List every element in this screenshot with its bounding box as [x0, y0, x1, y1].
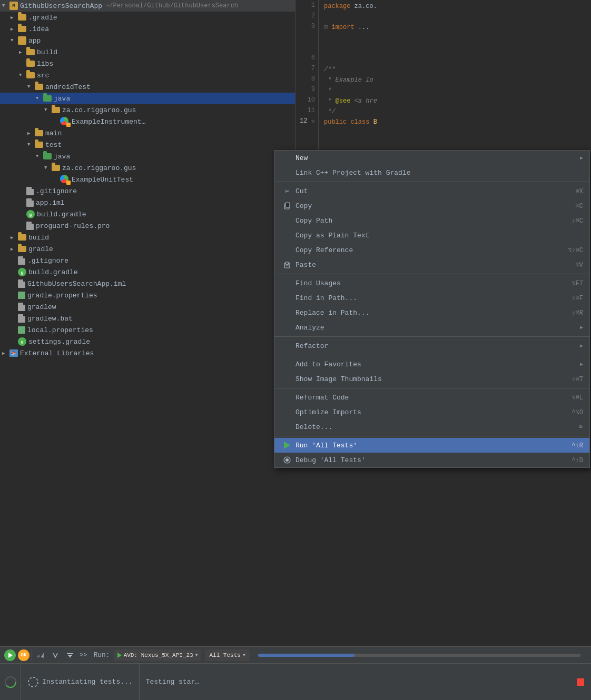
menu-label-copy-plain: Copy as Plain Text [296, 232, 583, 239]
tree-item-root[interactable]: M GithubUsersSearchApp ~/Personal/Github… [0, 0, 295, 12]
arrow-androidtest [27, 84, 35, 89]
menu-item-copy-path[interactable]: Copy Path ⇧⌘C [274, 213, 589, 228]
menu-item-find-usages[interactable]: Find Usages ⌥F7 [274, 276, 589, 291]
status-messages: Instantiating tests... Testing star… [21, 664, 570, 700]
menu-item-analyze[interactable]: Analyze ▶ [274, 320, 589, 335]
tree-item-gradle-props[interactable]: gradle.properties [0, 289, 295, 301]
tree-item-app-iml[interactable]: app.iml [0, 197, 295, 208]
menu-item-copy-plain[interactable]: Copy as Plain Text [274, 228, 589, 243]
tree-item-main[interactable]: main [0, 127, 295, 139]
tree-item-build2[interactable]: build [0, 232, 295, 243]
debug-icon [281, 456, 293, 464]
menu-item-run-all[interactable]: Run 'All Tests' ^⇧R [274, 438, 589, 453]
tree-label: androidTest [45, 83, 91, 91]
menu-item-cut[interactable]: ✂ Cut ⌘X [274, 184, 589, 198]
line-num [296, 32, 318, 42]
menu-label-debug-all: Debug 'All Tests' [296, 456, 563, 464]
tree-label: za.co.riggaroo.gus [62, 164, 136, 172]
menu-item-find-path[interactable]: Find in Path... ⇧⌘F [274, 291, 589, 305]
filter-btn[interactable] [64, 649, 76, 662]
tree-item-gradlew-bat[interactable]: gradlew.bat [0, 313, 295, 324]
tree-label: test [45, 141, 62, 149]
instantiating-text: Instantiating tests... [42, 678, 133, 686]
menu-separator [274, 274, 589, 274]
menu-separator [274, 336, 589, 337]
tree-label: build.gradle [37, 211, 86, 218]
ok-circle-btn[interactable]: OK [18, 649, 29, 661]
code-line: * Example lo [324, 75, 587, 85]
tree-item-java-android[interactable]: java [0, 93, 295, 104]
tree-item-build-gradle1[interactable]: g build.gradle [0, 208, 295, 220]
testing-start-text: Testing star… [146, 678, 199, 686]
tree-item-gradle-dir[interactable]: .gradle [0, 12, 295, 23]
line-num: 9 [296, 84, 318, 95]
tree-label: local.properties [27, 326, 93, 334]
folder-icon [26, 49, 35, 55]
avd-dropdown[interactable]: AVD: Nexus_5X_API_23 ▼ [114, 649, 201, 661]
tree-item-example-instr[interactable]: 🔒 ExampleInstrument… [0, 116, 295, 127]
menu-item-delete[interactable]: Delete... ⌦ [274, 419, 589, 434]
tree-item-build1[interactable]: build [0, 46, 295, 58]
tree-label: gradlew.bat [27, 315, 73, 323]
svg-rect-3 [285, 262, 289, 264]
folder-icon [18, 14, 26, 21]
sort-az-btn[interactable]: a z [34, 649, 47, 662]
menu-item-copy-ref[interactable]: Copy Reference ⌥⇧⌘C [274, 243, 589, 257]
project-path: ~/Personal/Github/GithubUsersSearch [105, 2, 238, 9]
tree-item-proguard[interactable]: proguard-rules.pro [0, 220, 295, 232]
code-line [324, 43, 587, 54]
tree-item-gradle2[interactable]: gradle [0, 243, 295, 255]
tree-item-example-unit[interactable]: ExampleUnitTest [0, 174, 295, 185]
file-icon [18, 303, 25, 311]
stop-btn[interactable] [570, 664, 591, 700]
stop-icon [577, 678, 584, 686]
folder-icon [52, 107, 60, 113]
tree-item-idea[interactable]: .idea [0, 23, 295, 35]
tree-item-androidtest[interactable]: androidTest [0, 81, 295, 93]
menu-item-replace-path[interactable]: Replace in Path... ⇧⌘R [274, 305, 589, 320]
menu-item-refactor[interactable]: Refactor ▶ [274, 338, 589, 353]
tree-item-pkg-android[interactable]: za.co.riggaroo.gus [0, 104, 295, 116]
menu-item-favorites[interactable]: Add to Favorites ▶ [274, 357, 589, 372]
line-num: 7 [296, 63, 318, 74]
menu-item-optimize[interactable]: Optimize Imports ^⌥O [274, 405, 589, 419]
all-tests-dropdown[interactable]: All Tests ▼ [205, 649, 249, 661]
menu-item-new[interactable]: New ▶ [274, 151, 589, 165]
menu-shortcut-copy-ref: ⌥⇧⌘C [568, 246, 583, 254]
tree-item-build-gradle2[interactable]: g build.gradle [0, 266, 295, 278]
code-content[interactable]: package za.co. ⊞ import ... /** * Exampl… [320, 0, 591, 158]
folder-green-icon [43, 153, 52, 159]
menu-arrow-favorites: ▶ [580, 361, 583, 367]
tree-item-local-props[interactable]: local.properties [0, 324, 295, 336]
tree-item-gradlew[interactable]: gradlew [0, 301, 295, 313]
tree-label: GithubUsersSearchApp.iml [27, 280, 126, 288]
menu-item-thumbs[interactable]: Show Image Thumbnails ⇧⌘T [274, 372, 589, 386]
tree-item-java-test[interactable]: java [0, 151, 295, 162]
menu-shortcut-copy: ⌘C [576, 202, 583, 210]
menu-item-debug-all[interactable]: Debug 'All Tests' ^⇧D [274, 453, 589, 467]
tree-item-libs[interactable]: libs [0, 58, 295, 69]
tree-item-app[interactable]: app [0, 35, 295, 46]
tree-label: ExampleUnitTest [72, 176, 133, 184]
tree-item-app-iml2[interactable]: GithubUsersSearchApp.iml [0, 278, 295, 289]
line-num: 2 [296, 11, 318, 21]
tree-item-ext-libs[interactable]: 📚 External Libraries [0, 347, 295, 359]
menu-shortcut-delete: ⌦ [579, 423, 583, 431]
file-icon [26, 198, 34, 207]
menu-shortcut-cut: ⌘X [576, 187, 583, 195]
tree-item-test[interactable]: test [0, 139, 295, 151]
menu-shortcut-replace: ⇧⌘R [572, 309, 583, 317]
menu-item-copy[interactable]: Copy ⌘C [274, 198, 589, 213]
tree-item-pkg-test[interactable]: za.co.riggaroo.gus [0, 162, 295, 174]
tree-item-settings-gradle[interactable]: g settings.gradle [0, 336, 295, 347]
menu-item-link-cpp[interactable]: Link C++ Project with Gradle [274, 165, 589, 180]
tree-item-src[interactable]: src [0, 69, 295, 81]
menu-item-reformat[interactable]: Reformat Code ⌥⌘L [274, 390, 589, 405]
sort-down-btn[interactable] [49, 649, 62, 662]
menu-shortcut-thumbs: ⇧⌘T [572, 375, 583, 383]
run-circle-btn[interactable] [4, 649, 16, 661]
tree-item-gitignore2[interactable]: .gitignore [0, 255, 295, 266]
tree-item-gitignore1[interactable]: .gitignore [0, 185, 295, 197]
tree-label: build [37, 48, 57, 56]
menu-item-paste[interactable]: Paste ⌘V [274, 257, 589, 272]
